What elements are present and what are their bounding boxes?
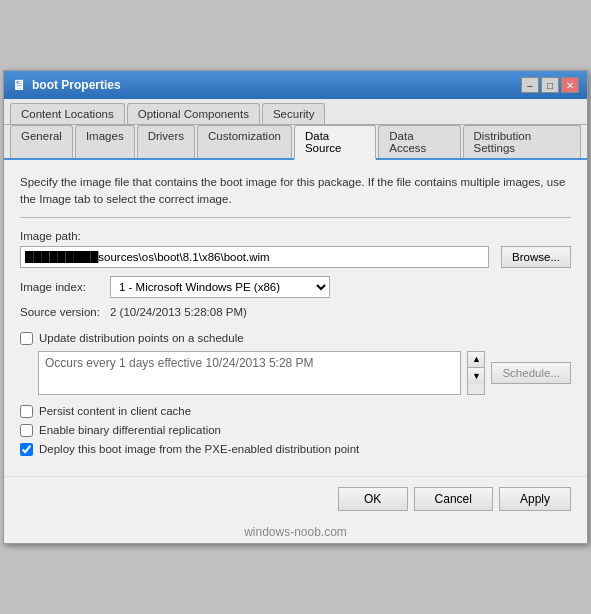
maximize-button[interactable]: □ — [541, 77, 559, 93]
watermark-text: windows-noob.com — [244, 525, 347, 539]
minimize-button[interactable]: – — [521, 77, 539, 93]
binary-diff-checkbox[interactable] — [20, 424, 33, 437]
divider — [20, 217, 571, 218]
source-version-value: 2 (10/24/2013 5:28:08 PM) — [110, 306, 247, 318]
title-bar: 🖥 boot Properties – □ ✕ — [4, 71, 587, 99]
window-icon: 🖥 — [12, 77, 26, 93]
schedule-occurs-text: Occurs every 1 days effective 10/24/2013… — [45, 356, 314, 370]
schedule-section: Update distribution points on a schedule… — [20, 332, 571, 395]
tab-general[interactable]: General — [10, 125, 73, 158]
description-text: Specify the image file that contains the… — [20, 174, 571, 206]
image-index-row: Image index: 1 - Microsoft Windows PE (x… — [20, 276, 571, 298]
deploy-pxe-row: Deploy this boot image from the PXE-enab… — [20, 443, 571, 456]
tab-data-access[interactable]: Data Access — [378, 125, 460, 158]
tab-content-locations[interactable]: Content Locations — [10, 103, 125, 124]
apply-button[interactable]: Apply — [499, 487, 571, 511]
title-bar-buttons: – □ ✕ — [521, 77, 579, 93]
browse-button[interactable]: Browse... — [501, 246, 571, 268]
spin-up-button[interactable]: ▲ — [468, 352, 484, 368]
image-index-select[interactable]: 1 - Microsoft Windows PE (x86) — [110, 276, 330, 298]
update-schedule-checkbox[interactable] — [20, 332, 33, 345]
spin-down-button[interactable]: ▼ — [468, 368, 484, 384]
update-schedule-row: Update distribution points on a schedule — [20, 332, 571, 345]
persist-cache-row: Persist content in client cache — [20, 405, 571, 418]
schedule-spinbox: ▲ ▼ — [467, 351, 485, 395]
window: 🖥 boot Properties – □ ✕ Content Location… — [3, 70, 588, 543]
schedule-text-box: Occurs every 1 days effective 10/24/2013… — [38, 351, 461, 395]
source-version-row: Source version: 2 (10/24/2013 5:28:08 PM… — [20, 306, 571, 318]
schedule-button[interactable]: Schedule... — [491, 362, 571, 384]
tab-customization[interactable]: Customization — [197, 125, 292, 158]
image-path-section: Image path: Browse... — [20, 230, 571, 268]
footer: OK Cancel Apply — [4, 476, 587, 523]
content-area: Specify the image file that contains the… — [4, 160, 587, 475]
schedule-area: Occurs every 1 days effective 10/24/2013… — [38, 351, 571, 395]
tab-data-source[interactable]: Data Source — [294, 125, 376, 160]
watermark: windows-noob.com — [4, 523, 587, 543]
deploy-pxe-checkbox[interactable] — [20, 443, 33, 456]
image-path-label: Image path: — [20, 230, 571, 242]
update-schedule-label: Update distribution points on a schedule — [39, 332, 244, 344]
tab-optional-components[interactable]: Optional Components — [127, 103, 260, 124]
ok-button[interactable]: OK — [338, 487, 408, 511]
persist-cache-label: Persist content in client cache — [39, 405, 191, 417]
binary-diff-label: Enable binary differential replication — [39, 424, 221, 436]
window-title: boot Properties — [32, 78, 121, 92]
tab-row1: Content Locations Optional Components Se… — [4, 99, 587, 125]
tab-security[interactable]: Security — [262, 103, 326, 124]
close-button[interactable]: ✕ — [561, 77, 579, 93]
tab-distribution-settings[interactable]: Distribution Settings — [463, 125, 581, 158]
tab-row2: General Images Drivers Customization Dat… — [4, 125, 587, 160]
source-version-label: Source version: — [20, 306, 110, 318]
cancel-button[interactable]: Cancel — [414, 487, 493, 511]
tab-images[interactable]: Images — [75, 125, 135, 158]
image-index-label: Image index: — [20, 281, 110, 293]
image-path-input[interactable] — [20, 246, 489, 268]
tab-drivers[interactable]: Drivers — [137, 125, 195, 158]
persist-cache-checkbox[interactable] — [20, 405, 33, 418]
deploy-pxe-label: Deploy this boot image from the PXE-enab… — [39, 443, 359, 455]
binary-diff-row: Enable binary differential replication — [20, 424, 571, 437]
